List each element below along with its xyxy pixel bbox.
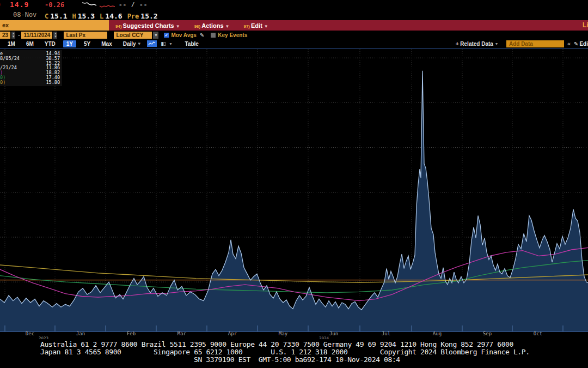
chevron-down-icon[interactable]: ▾ bbox=[169, 41, 171, 46]
price-change: -0.26 bbox=[45, 1, 64, 9]
terminal-footer: Australia 61 2 9777 8600 Brazil 5511 239… bbox=[0, 339, 588, 368]
related-data-button[interactable]: + Related Data bbox=[456, 41, 493, 47]
add-data-input[interactable]: Add Data bbox=[506, 40, 564, 47]
mov-avgs-label[interactable]: Mov Avgs bbox=[171, 32, 197, 38]
key-events-checkbox[interactable] bbox=[211, 33, 216, 38]
date-stepper-icon[interactable]: ▲▼ bbox=[11, 32, 15, 39]
bid-ask-na: -- / -- bbox=[119, 1, 148, 8]
tab-max[interactable]: Max bbox=[98, 40, 115, 47]
key-events-label[interactable]: Key Events bbox=[218, 32, 247, 38]
collapse-panel-icon[interactable]: « bbox=[567, 40, 571, 47]
month-label: Oct bbox=[534, 331, 542, 336]
end-date-field[interactable]: 11/11/2024 bbox=[21, 32, 52, 39]
security-tab[interactable]: ex bbox=[0, 20, 109, 31]
quote-date: 08-Nov bbox=[13, 11, 36, 19]
tab-6m[interactable]: 6M bbox=[23, 40, 37, 47]
month-label: Mar bbox=[177, 331, 186, 336]
month-label: Sep bbox=[483, 331, 492, 336]
tab-1m[interactable]: 1M bbox=[4, 40, 19, 47]
month-label: May bbox=[279, 331, 287, 336]
menu-bar: ex 94)Suggested Charts▼ 96)Actions▼ 97)E… bbox=[0, 20, 588, 31]
chevron-down-icon[interactable]: ▾ bbox=[495, 41, 498, 46]
month-label: Jul bbox=[382, 331, 390, 336]
date-stepper-icon[interactable]: ▲▼ bbox=[53, 32, 57, 39]
line-chart-type-icon[interactable] bbox=[147, 40, 157, 47]
period-tab-bar: 1M 6M YTD 1Y 5Y Max Daily ▼ ▮▯ ▾ Table +… bbox=[0, 39, 588, 48]
intraday-sparkline bbox=[82, 1, 118, 9]
high-stat: H15.3 bbox=[72, 10, 95, 21]
edit-chart-button[interactable]: Edi bbox=[579, 41, 588, 47]
price-type-field[interactable]: Last Px bbox=[64, 32, 107, 39]
tab-5y[interactable]: 5Y bbox=[81, 40, 94, 47]
table-button[interactable]: Table bbox=[185, 41, 198, 47]
candle-chart-type-icon[interactable]: ▮▯ bbox=[161, 41, 166, 46]
edit-mov-avgs-pencil-icon[interactable]: ✎ bbox=[200, 32, 204, 38]
price-area-fill bbox=[0, 71, 588, 332]
truncated-price-fragment: 9 bbox=[0, 1, 1, 9]
chevron-down-icon: ▼ bbox=[264, 24, 268, 29]
frequency-select[interactable]: Daily bbox=[123, 41, 136, 47]
price-chart-area[interactable]: Last Price14.94High on 08/05/2438.57Aver… bbox=[0, 48, 588, 332]
month-label: Jan bbox=[76, 331, 85, 336]
legend-label: SMAVG (200) bbox=[0, 80, 5, 85]
last-price: 14.9 bbox=[10, 1, 29, 9]
month-label: Jun bbox=[329, 331, 338, 336]
chart-toolbar: 23 ▲▼ - 11/11/2024 ▲▼ Last Px Local CCY … bbox=[0, 31, 588, 39]
ohlc-values: C15.1 H15.3 L14.6 Pre15.2 bbox=[45, 10, 158, 21]
mov-avgs-checkbox[interactable]: ✓ bbox=[164, 33, 169, 38]
footer-session-info: SN 3379190 EST GMT-5:00 ba692-174 10-Nov… bbox=[194, 355, 400, 364]
chevron-down-icon: ▼ bbox=[225, 24, 230, 29]
legend-label: High on 08/05/24 bbox=[0, 56, 20, 61]
month-label: Aug bbox=[433, 331, 442, 336]
prev-stat: Pre15.2 bbox=[127, 10, 158, 21]
open-stat: C15.1 bbox=[45, 10, 68, 21]
menu-actions[interactable]: 96)Actions▼ bbox=[194, 22, 230, 29]
ohlc-strip: 08-Nov C15.1 H15.3 L14.6 Pre15.2 bbox=[0, 9, 588, 20]
menu-suggested-charts[interactable]: 94)Suggested Charts▼ bbox=[115, 22, 180, 29]
low-stat: L14.6 bbox=[100, 10, 122, 21]
start-date-field[interactable]: 23 bbox=[0, 32, 10, 39]
legend-row: SMAVG (200)15.80 bbox=[0, 80, 60, 85]
chevron-down-icon[interactable]: ▼ bbox=[137, 41, 142, 46]
month-label: Feb bbox=[127, 331, 136, 336]
tab-ytd[interactable]: YTD bbox=[41, 40, 59, 47]
quote-strip: 9 14.9 -0.26 -- / -- bbox=[0, 0, 588, 9]
price-chart-svg bbox=[0, 49, 588, 332]
footer-phones-1: Australia 61 2 9777 8600 Brazil 5511 239… bbox=[40, 340, 513, 348]
currency-field[interactable]: Local CCY bbox=[114, 32, 152, 39]
chevron-down-icon: ▼ bbox=[176, 24, 180, 29]
currency-dropdown-arrow-icon[interactable]: ▼ bbox=[153, 32, 158, 39]
edit-chart-pencil-icon[interactable]: ✎ bbox=[574, 41, 578, 47]
menu-edit[interactable]: 97)Edit▼ bbox=[243, 22, 268, 29]
chart-legend: Last Price14.94High on 08/05/2438.57Aver… bbox=[0, 50, 62, 86]
tab-1y[interactable]: 1Y bbox=[63, 40, 76, 47]
month-label: Apr bbox=[228, 331, 237, 336]
footer-phones-2: Japan 81 3 4565 8900 Singapore 65 6212 1… bbox=[40, 348, 530, 356]
bloomberg-terminal-screen: { "quote": { "fragment": "9", "last": "1… bbox=[0, 0, 588, 368]
legend-value: 15.80 bbox=[46, 80, 60, 85]
month-label: Dec bbox=[26, 331, 34, 336]
chart-type-label: Lin bbox=[583, 21, 588, 29]
